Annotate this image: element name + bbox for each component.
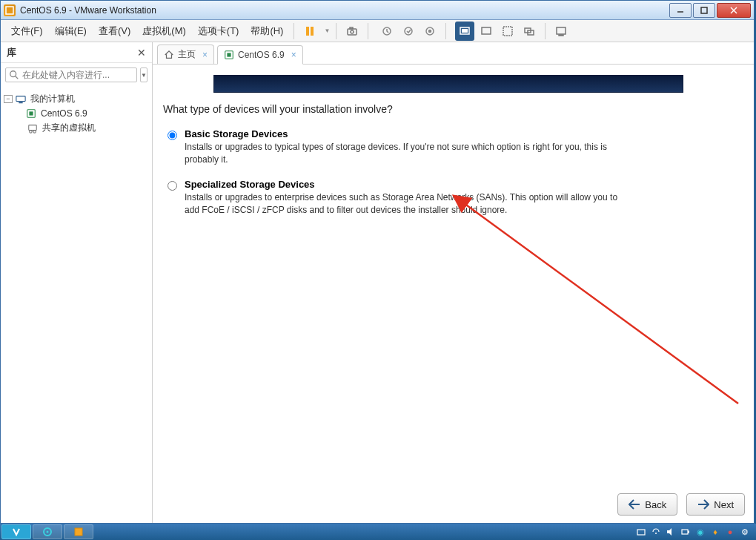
window-title: CentOS 6.9 - VMware Workstation (20, 5, 156, 16)
menu-view[interactable]: 查看(V) (94, 22, 135, 41)
menu-file[interactable]: 文件(F) (7, 22, 47, 41)
menu-edit[interactable]: 编辑(E) (50, 22, 91, 41)
tree-item-centos[interactable]: CentOS 6.9 (4, 107, 149, 120)
next-button[interactable]: Next (686, 493, 745, 516)
tab-vm-label: CentOS 6.9 (238, 50, 285, 60)
shared-icon (27, 123, 39, 134)
radio-basic-storage[interactable]: Basic Storage Devices Installs or upgrad… (168, 128, 745, 167)
svg-rect-41 (688, 531, 689, 533)
radio-basic-input[interactable] (168, 131, 177, 140)
svg-rect-40 (682, 530, 688, 534)
search-dropdown[interactable]: ▼ (140, 68, 147, 82)
fullscreen-button[interactable] (498, 22, 517, 41)
svg-point-8 (351, 30, 354, 33)
installer-banner (213, 75, 683, 93)
installer-question: What type of devices will your installat… (163, 103, 745, 115)
close-button[interactable] (717, 3, 751, 18)
menu-help[interactable]: 帮助(H) (246, 22, 288, 41)
svg-rect-5 (306, 27, 309, 36)
separator (445, 23, 446, 39)
minimize-button[interactable] (669, 3, 692, 18)
svg-point-30 (33, 130, 36, 133)
home-icon (164, 50, 174, 60)
pause-dropdown[interactable]: ▼ (324, 27, 330, 34)
radio-specialized-input[interactable] (168, 181, 177, 191)
tray-icon[interactable]: ◉ (695, 527, 706, 537)
collapse-icon[interactable]: − (4, 95, 13, 103)
tray-icon[interactable]: ⚙ (740, 527, 750, 537)
tab-close-button[interactable]: × (291, 50, 296, 60)
taskbar-app-vmware[interactable] (64, 524, 93, 539)
taskbar-app-1[interactable] (1, 524, 31, 539)
tab-home-label: 主页 (178, 48, 196, 61)
tree-item-label: CentOS 6.9 (41, 108, 87, 119)
tray-icon[interactable] (651, 527, 661, 537)
pause-button[interactable] (300, 22, 319, 41)
app-icon (4, 4, 16, 16)
svg-rect-24 (16, 96, 25, 101)
snapshot-button[interactable] (342, 22, 362, 41)
search-input[interactable] (22, 70, 133, 80)
snapshot-take-button[interactable] (399, 22, 418, 41)
tray-icon[interactable] (636, 527, 646, 537)
main-area: 主页 × CentOS 6.9 × What type of devices w… (153, 42, 754, 523)
vm-icon (26, 108, 38, 119)
tree-root-my-computer[interactable]: − 我的计算机 (4, 91, 149, 107)
cycle-button[interactable] (520, 22, 539, 41)
windows-taskbar: ◉ ♦ ● ⚙ (0, 524, 756, 540)
tray-icon[interactable] (680, 527, 691, 537)
radio-specialized-storage[interactable]: Specialized Storage Devices Installs or … (168, 179, 745, 217)
unity-button[interactable] (477, 22, 496, 41)
svg-point-13 (429, 30, 431, 32)
svg-point-36 (47, 531, 49, 533)
back-button[interactable]: Back (617, 493, 677, 516)
taskbar-app-2[interactable] (33, 524, 62, 539)
svg-rect-6 (311, 27, 314, 36)
titlebar: CentOS 6.9 - VMware Workstation (1, 1, 754, 20)
search-box[interactable] (5, 68, 137, 82)
svg-rect-28 (29, 125, 37, 130)
installer-nav: Back Next (617, 493, 745, 516)
tree-item-label: 共享的虚拟机 (42, 122, 96, 134)
tree-root-label: 我的计算机 (30, 93, 75, 105)
maximize-button[interactable] (693, 3, 715, 18)
vm-icon (224, 50, 234, 60)
menubar: 文件(F) 编辑(E) 查看(V) 虚拟机(M) 选项卡(T) 帮助(H) ▼ (1, 20, 754, 42)
tab-close-button[interactable]: × (202, 50, 208, 60)
window-controls (668, 3, 751, 18)
radio-specialized-title: Specialized Storage Devices (185, 179, 745, 190)
separator (368, 23, 368, 39)
menu-vm[interactable]: 虚拟机(M) (138, 22, 190, 41)
vm-content: What type of devices will your installat… (153, 65, 754, 523)
tree-item-shared[interactable]: 共享的虚拟机 (4, 120, 149, 136)
svg-rect-38 (637, 530, 645, 535)
tray-volume-icon[interactable] (666, 527, 676, 537)
sidebar: 库 ✕ ▼ − 我的计算机 CentOS 6.9 (1, 42, 153, 523)
sidebar-close-button[interactable]: ✕ (137, 47, 146, 59)
tray-icon[interactable]: ♦ (710, 527, 720, 537)
fit-guest-button[interactable] (455, 22, 474, 41)
svg-line-23 (16, 76, 19, 79)
tab-home[interactable]: 主页 × (157, 45, 214, 64)
tray-icon[interactable]: ● (725, 527, 735, 537)
radio-basic-desc: Installs or upgrades to typical types of… (185, 141, 622, 167)
radio-specialized-desc: Installs or upgrades to enterprise devic… (185, 191, 622, 217)
library-tree: − 我的计算机 CentOS 6.9 共享的虚拟机 (1, 87, 152, 140)
svg-point-11 (405, 27, 412, 35)
svg-point-22 (10, 71, 16, 77)
search-icon (9, 70, 19, 80)
snapshot-revert-button[interactable] (377, 22, 397, 41)
computer-icon (16, 94, 27, 105)
arrow-right-icon (697, 499, 709, 510)
console-button[interactable] (551, 22, 571, 41)
svg-rect-27 (29, 111, 33, 115)
menu-tabs[interactable]: 选项卡(T) (193, 22, 244, 41)
svg-line-33 (464, 203, 738, 404)
sidebar-title: 库 (7, 46, 16, 59)
tabbar: 主页 × CentOS 6.9 × (153, 42, 754, 65)
separator (336, 23, 336, 39)
svg-rect-9 (350, 27, 353, 29)
tab-vm[interactable]: CentOS 6.9 × (217, 45, 303, 65)
separator (294, 23, 294, 39)
snapshot-manage-button[interactable] (420, 22, 440, 41)
